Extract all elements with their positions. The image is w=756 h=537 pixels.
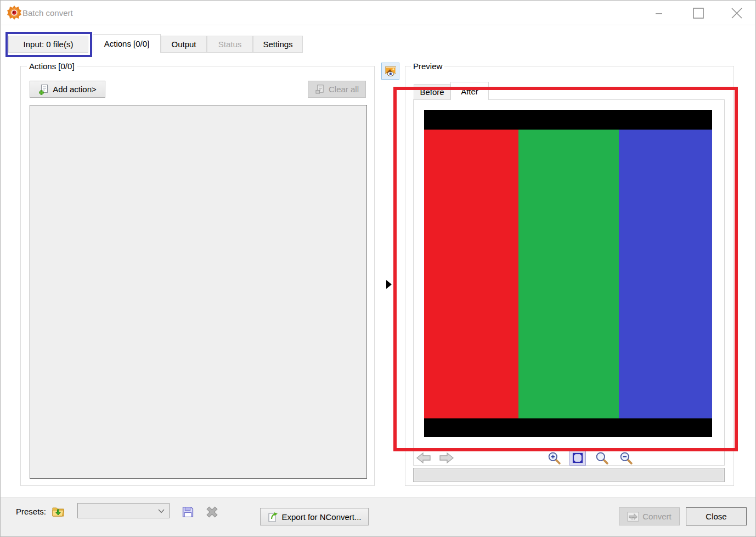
add-action-icon xyxy=(38,84,49,95)
zoom-in-button[interactable] xyxy=(546,450,562,466)
close-icon xyxy=(731,7,743,19)
add-action-label: Add action> xyxy=(53,85,97,94)
clear-all-icon xyxy=(315,84,325,94)
load-preset-button[interactable] xyxy=(50,504,66,519)
folder-open-icon xyxy=(52,505,65,518)
maximize-icon xyxy=(692,7,704,19)
arrow-right-icon xyxy=(439,451,454,465)
zoom-in-icon xyxy=(548,451,561,465)
delete-preset-button xyxy=(204,505,220,519)
fit-to-window-button[interactable] xyxy=(569,450,586,466)
minimize-button[interactable] xyxy=(647,1,671,25)
stripe-red xyxy=(424,130,518,418)
tab-status: Status xyxy=(207,36,253,53)
export-nconvert-label: Export for NConvert... xyxy=(281,512,361,522)
close-button[interactable]: Close xyxy=(686,507,747,525)
fit-to-window-icon xyxy=(572,452,584,464)
app-icon xyxy=(7,5,21,20)
clear-all-button: Clear all xyxy=(308,81,366,98)
presets-label: Presets: xyxy=(16,507,46,516)
tab-status-label: Status xyxy=(218,40,242,49)
tab-before-label: Before xyxy=(420,87,444,97)
tab-output-label: Output xyxy=(171,40,196,49)
preview-image xyxy=(424,110,712,437)
tab-actions-label: Actions [0/0] xyxy=(104,39,150,48)
convert-label: Convert xyxy=(642,512,672,521)
tab-after-label: After xyxy=(461,87,478,96)
minimize-icon xyxy=(655,9,663,17)
tab-input[interactable]: Input: 0 file(s) xyxy=(8,36,88,53)
save-floppy-icon xyxy=(182,506,194,518)
chevron-down-icon xyxy=(158,509,165,513)
convert-button: Convert xyxy=(619,507,680,525)
preview-group-title: Preview xyxy=(411,61,444,71)
tab-before[interactable]: Before xyxy=(414,84,450,100)
convert-icon xyxy=(627,511,639,522)
tab-input-label: Input: 0 file(s) xyxy=(24,40,74,49)
zoom-actual-size-icon xyxy=(595,451,608,465)
tab-output[interactable]: Output xyxy=(161,36,207,53)
actions-list[interactable] xyxy=(30,105,367,479)
close-label: Close xyxy=(706,512,726,521)
arrow-left-icon xyxy=(416,451,431,465)
preview-toggle-button[interactable] xyxy=(381,63,399,80)
tab-settings[interactable]: Settings xyxy=(253,36,303,53)
next-image-button xyxy=(438,451,455,465)
tab-actions[interactable]: Actions [0/0] xyxy=(93,34,161,53)
stripe-green xyxy=(518,130,619,418)
scrollbar-track xyxy=(415,469,723,480)
zoom-out-icon xyxy=(619,451,633,465)
tab-settings-label: Settings xyxy=(263,40,292,49)
zoom-actual-size-button[interactable] xyxy=(594,450,610,466)
batch-convert-window: Batch convert Input: 0 file(s) Actions [… xyxy=(0,0,756,537)
clear-all-label: Clear all xyxy=(329,85,359,94)
image-top-black-bar xyxy=(424,110,712,130)
previous-image-button xyxy=(415,451,432,465)
window-title: Batch convert xyxy=(22,1,73,25)
close-button-titlebar[interactable] xyxy=(725,1,749,25)
image-bottom-black-bar xyxy=(424,418,712,437)
stripe-blue xyxy=(619,130,712,418)
actions-group-title: Actions [0/0] xyxy=(27,61,77,71)
zoom-out-button[interactable] xyxy=(618,450,634,466)
delete-x-icon xyxy=(205,506,219,518)
export-icon xyxy=(267,511,278,522)
tab-after[interactable]: After xyxy=(450,82,489,100)
preset-combobox[interactable] xyxy=(77,503,170,518)
save-preset-button[interactable] xyxy=(180,505,195,519)
export-nconvert-button[interactable]: Export for NConvert... xyxy=(260,508,369,525)
title-bar: Batch convert xyxy=(1,1,755,25)
maximize-button[interactable] xyxy=(686,1,710,25)
preview-image-eye-icon xyxy=(385,65,397,77)
mouse-cursor-icon xyxy=(386,279,392,289)
footer-bar: Presets: xyxy=(1,497,755,537)
add-action-button[interactable]: Add action> xyxy=(30,81,105,98)
preview-horizontal-scrollbar[interactable] xyxy=(413,468,725,482)
